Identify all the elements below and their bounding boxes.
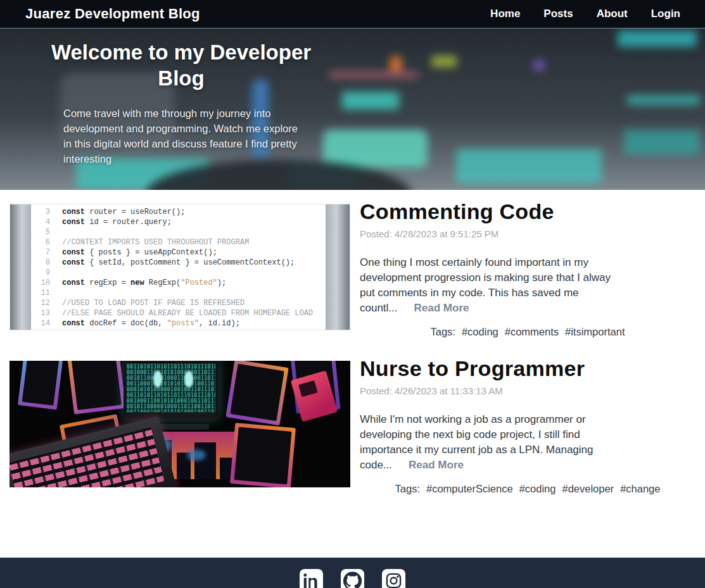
tags-label: Tags: [395, 483, 420, 494]
tag: #developer [562, 483, 614, 494]
post-tags: Tags:#computerScience#coding#developer#c… [360, 483, 695, 495]
github-link[interactable] [341, 569, 364, 588]
illustration-cloud [187, 449, 206, 461]
post-date: Posted: 4/28/2023 at 9:51:25 PM [360, 228, 695, 239]
hero-content: Welcome to my Developer Blog Come travel… [0, 28, 705, 190]
hero-subtitle: Come travel with me through my journey i… [63, 106, 303, 166]
post-tags: Tags:#coding#comments#itsimportant [360, 326, 695, 338]
nav-link-login[interactable]: Login [651, 8, 680, 20]
footer [0, 558, 705, 588]
code-image-right-bar [326, 204, 350, 330]
post-date: Posted: 4/26/2023 at 11:33:13 AM [360, 385, 695, 396]
post-image-code-screenshot[interactable]: 3const router = useRouter();4const id = … [10, 204, 350, 330]
read-more-link[interactable]: Read More [414, 302, 469, 314]
instagram-icon [385, 572, 402, 588]
illustration-monitor [230, 423, 296, 487]
code-lines: 3const router = useRouter();4const id = … [10, 207, 326, 330]
post-excerpt-text: One thing I most certainly found importa… [360, 256, 611, 314]
post-excerpt: While I'm not working a job as a program… [360, 412, 613, 473]
tag: #comments [505, 326, 559, 337]
post-body: Nurse to Programmer Posted: 4/26/2023 at… [360, 361, 695, 495]
site-brand[interactable]: Juarez Development Blog [25, 6, 200, 22]
posts-section: 3const router = useRouter();4const id = … [0, 190, 705, 558]
post-image-retro-computer-illustration[interactable]: 0011010110101101110101110101000000100011… [10, 361, 350, 487]
post-excerpt: One thing I most certainly found importa… [360, 255, 613, 316]
tag: #itsimportant [565, 326, 625, 337]
hero-section: Juarez Development Blog HomePostsAboutLo… [0, 0, 705, 190]
hero-title: Welcome to my Developer Blog [25, 39, 337, 91]
nav-links: HomePostsAboutLogin [467, 8, 680, 20]
nav-link-about[interactable]: About [597, 8, 628, 20]
post-body: Commenting Code Posted: 4/28/2023 at 9:5… [360, 204, 695, 338]
tags-list: #computerScience#coding#developer#change [420, 483, 660, 494]
illustration-building [194, 442, 216, 479]
post-excerpt-text: While I'm not working a job as a program… [360, 413, 594, 471]
post-title[interactable]: Commenting Code [360, 199, 695, 224]
nav-link-home[interactable]: Home [490, 8, 520, 20]
illustration-crt-monitor: 0011010110101101110101110101000000100011… [124, 361, 219, 419]
tag: #change [620, 483, 660, 494]
linkedin-icon [303, 573, 319, 588]
illustration-monitor [225, 361, 288, 425]
nav-link-posts[interactable]: Posts [543, 8, 573, 20]
binary-screen: 0011010110101101110101110101000000100011… [127, 364, 215, 412]
post-card: 3const router = useRouter();4const id = … [10, 204, 695, 338]
post-card: 0011010110101101110101110101000000100011… [10, 361, 695, 495]
linkedin-link[interactable] [300, 569, 323, 588]
tags-label: Tags: [431, 326, 455, 337]
tag: #computerScience [426, 483, 513, 494]
tag: #coding [462, 326, 499, 337]
read-more-link[interactable]: Read More [409, 459, 464, 471]
illustration-glow-eye [184, 371, 193, 387]
illustration-glow-eye [153, 371, 162, 387]
post-title[interactable]: Nurse to Programmer [360, 356, 695, 381]
instagram-link[interactable] [382, 569, 405, 588]
tags-list: #coding#comments#itsimportant [455, 326, 625, 337]
navbar: Juarez Development Blog HomePostsAboutLo… [0, 0, 705, 28]
tag: #coding [519, 483, 556, 494]
github-icon [343, 572, 362, 588]
code-image-left-bar [10, 204, 31, 330]
